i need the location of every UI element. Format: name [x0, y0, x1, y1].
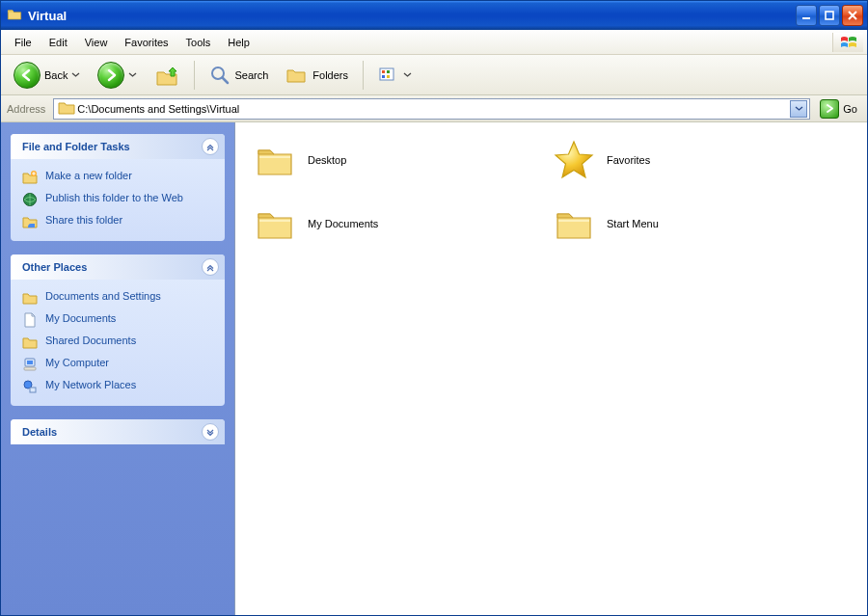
panel-header-other-places[interactable]: Other Places [11, 254, 225, 280]
menu-favorites[interactable]: Favorites [117, 34, 176, 51]
chevron-up-icon [205, 142, 215, 151]
views-icon [378, 66, 399, 85]
window-title: Virtual [28, 9, 796, 23]
task-share-folder[interactable]: Share this folder [22, 213, 213, 229]
panel-header-details[interactable]: Details [11, 419, 225, 444]
document-icon [22, 312, 38, 328]
task-make-new-folder[interactable]: Make a new folder [22, 169, 213, 185]
collapse-button[interactable] [202, 258, 219, 276]
forward-button[interactable] [91, 59, 144, 92]
folder-icon [7, 8, 22, 23]
expand-button[interactable] [202, 423, 219, 441]
folder-icon [22, 290, 38, 306]
search-label: Search [234, 69, 268, 81]
item-my-documents[interactable]: My Documents [251, 200, 502, 248]
item-desktop[interactable]: Desktop [251, 136, 502, 184]
item-favorites[interactable]: Favorites [550, 136, 800, 184]
task-publish-web[interactable]: Publish this folder to the Web [22, 191, 213, 207]
close-button[interactable] [842, 5, 863, 26]
svg-rect-5 [387, 70, 390, 73]
body: File and Folder Tasks Make a new folder … [1, 122, 867, 615]
go-arrow-icon [820, 99, 839, 119]
share-folder-icon [22, 214, 38, 229]
panel-other-places: Other Places Documents and Settings My D… [11, 254, 225, 406]
forward-arrow-icon [97, 62, 124, 89]
chevron-up-icon [205, 262, 215, 272]
task-label: Publish this folder to the Web [45, 191, 183, 204]
back-arrow-icon [14, 62, 41, 89]
panel-title: Other Places [22, 261, 87, 273]
content-area[interactable]: Desktop Favorites [234, 122, 867, 615]
menu-help[interactable]: Help [220, 34, 258, 51]
panel-header-file-tasks[interactable]: File and Folder Tasks [11, 134, 225, 159]
svg-rect-7 [387, 75, 390, 78]
new-folder-icon [22, 170, 38, 185]
folder-icon [22, 335, 38, 350]
svg-rect-11 [27, 361, 33, 364]
computer-icon [22, 357, 38, 372]
task-label: Share this folder [45, 213, 122, 227]
address-dropdown[interactable] [790, 100, 807, 118]
publish-web-icon [22, 192, 38, 207]
address-input-wrap[interactable] [53, 98, 810, 120]
svg-rect-0 [802, 17, 810, 19]
panel-file-tasks: File and Folder Tasks Make a new folder … [11, 134, 225, 241]
title-bar[interactable]: Virtual [1, 1, 867, 30]
item-label: Desktop [308, 154, 346, 166]
svg-rect-3 [380, 68, 393, 80]
link-my-documents[interactable]: My Documents [22, 311, 213, 328]
chevron-down-icon [205, 427, 215, 437]
chevron-down-icon [403, 70, 412, 79]
search-icon [209, 65, 231, 86]
menu-tools[interactable]: Tools [178, 34, 219, 51]
link-shared-documents[interactable]: Shared Documents [22, 334, 213, 350]
address-bar: Address Go [1, 95, 867, 122]
star-icon [553, 139, 595, 181]
address-label: Address [7, 103, 47, 115]
folder-icon [58, 100, 75, 118]
svg-rect-14 [30, 388, 36, 392]
link-my-computer[interactable]: My Computer [22, 356, 213, 372]
item-label: Start Menu [607, 218, 659, 229]
views-button[interactable] [371, 63, 419, 88]
maximize-button[interactable] [819, 5, 840, 26]
folder-icon [254, 202, 296, 245]
item-label: My Documents [308, 218, 378, 229]
panel-title: Details [22, 426, 57, 438]
item-label: Favorites [607, 154, 650, 166]
item-start-menu[interactable]: Start Menu [550, 200, 800, 248]
panel-title: File and Folder Tasks [22, 141, 130, 152]
windows-flag-icon [832, 33, 863, 52]
folders-icon [285, 65, 309, 86]
task-label: Make a new folder [45, 169, 132, 182]
chevron-down-icon [128, 70, 137, 79]
folders-label: Folders [312, 69, 348, 81]
link-my-network-places[interactable]: My Network Places [22, 378, 213, 394]
svg-rect-1 [826, 12, 833, 19]
address-input[interactable] [75, 102, 790, 116]
svg-rect-4 [382, 70, 385, 73]
back-label: Back [44, 69, 68, 81]
folders-button[interactable]: Folders [279, 62, 355, 89]
sidebar: File and Folder Tasks Make a new folder … [1, 122, 234, 615]
collapse-button[interactable] [202, 138, 219, 155]
minimize-button[interactable] [796, 5, 817, 26]
folder-icon [254, 139, 296, 181]
folder-icon [553, 202, 595, 245]
link-documents-settings[interactable]: Documents and Settings [22, 289, 213, 306]
menu-view[interactable]: View [77, 34, 116, 51]
link-label: My Computer [45, 356, 109, 369]
menu-edit[interactable]: Edit [41, 34, 75, 51]
menu-bar: File Edit View Favorites Tools Help [1, 30, 867, 55]
svg-rect-6 [382, 75, 385, 78]
menu-file[interactable]: File [7, 34, 40, 51]
go-label: Go [843, 103, 857, 115]
search-button[interactable]: Search [203, 62, 275, 89]
up-button[interactable] [148, 60, 186, 91]
up-folder-icon [154, 63, 179, 88]
go-button[interactable]: Go [816, 97, 861, 121]
link-label: Documents and Settings [45, 289, 161, 303]
back-button[interactable]: Back [7, 59, 87, 92]
svg-rect-12 [24, 367, 36, 370]
link-label: Shared Documents [45, 334, 136, 347]
